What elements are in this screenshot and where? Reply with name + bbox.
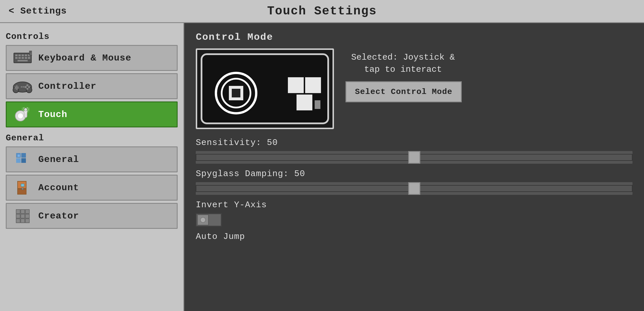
- sidebar: Controls: [0, 23, 184, 311]
- toggle-thumb: [197, 214, 209, 225]
- svg-rect-11: [18, 60, 28, 61]
- svg-rect-41: [16, 210, 20, 214]
- select-control-mode-button[interactable]: Select Control Mode: [345, 81, 462, 102]
- svg-rect-43: [25, 210, 29, 214]
- invert-y-toggle[interactable]: [196, 213, 222, 227]
- sidebar-item-creator[interactable]: Creator: [6, 203, 178, 229]
- svg-rect-8: [22, 57, 24, 59]
- sidebar-item-label-controller: Controller: [38, 81, 96, 92]
- page-title: Touch Settings: [267, 4, 377, 18]
- sidebar-item-account[interactable]: Account: [6, 175, 178, 201]
- invert-y-label: Invert Y-Axis: [196, 200, 632, 210]
- sidebar-item-label-touch: Touch: [38, 109, 67, 120]
- svg-rect-42: [21, 210, 25, 214]
- svg-rect-33: [21, 153, 26, 158]
- svg-point-23: [26, 88, 29, 90]
- back-button[interactable]: < Settings: [9, 6, 67, 16]
- svg-rect-19: [15, 86, 19, 89]
- svg-point-29: [24, 108, 27, 111]
- svg-rect-6: [15, 57, 18, 59]
- svg-rect-56: [305, 77, 321, 93]
- sidebar-item-label-general: General: [38, 154, 79, 165]
- svg-rect-46: [25, 214, 29, 218]
- sidebar-item-controller[interactable]: Controller: [6, 73, 178, 99]
- svg-rect-34: [16, 158, 21, 163]
- creator-icon: [12, 208, 33, 224]
- invert-y-toggle-container: [196, 213, 632, 227]
- svg-rect-55: [288, 77, 304, 93]
- sensitivity-slider-container: [196, 151, 632, 164]
- svg-rect-58: [315, 100, 320, 109]
- svg-rect-48: [21, 219, 25, 223]
- svg-rect-36: [18, 154, 20, 157]
- keyboard-icon: [12, 50, 33, 66]
- sidebar-item-keyboard-mouse[interactable]: Keyboard & Mouse: [6, 45, 178, 71]
- sidebar-item-touch[interactable]: Touch: [6, 101, 178, 127]
- sidebar-item-label-account: Account: [38, 182, 79, 193]
- general-section-label: General: [6, 133, 178, 143]
- spyglass-slider[interactable]: [196, 185, 632, 192]
- svg-rect-1: [15, 54, 18, 56]
- svg-rect-44: [16, 214, 20, 218]
- svg-rect-57: [297, 95, 312, 110]
- svg-rect-39: [21, 184, 24, 186]
- header: < Settings Touch Settings: [0, 0, 644, 23]
- sensitivity-label: Sensitivity: 50: [196, 138, 632, 148]
- svg-point-22: [25, 86, 27, 88]
- sidebar-item-general[interactable]: General: [6, 146, 178, 172]
- account-icon: [12, 180, 33, 196]
- svg-rect-54: [232, 89, 240, 97]
- svg-rect-9: [25, 57, 27, 59]
- svg-rect-2: [18, 54, 21, 56]
- svg-rect-49: [25, 219, 29, 223]
- auto-jump-label: Auto Jump: [196, 232, 632, 242]
- svg-rect-7: [18, 57, 21, 59]
- sidebar-item-label-keyboard: Keyboard & Mouse: [38, 53, 131, 63]
- content-area: Control Mode: [184, 23, 644, 311]
- svg-rect-10: [28, 57, 30, 59]
- svg-rect-40: [22, 188, 24, 190]
- control-mode-preview: [196, 48, 334, 129]
- svg-rect-45: [21, 214, 25, 218]
- controller-icon: [12, 78, 33, 94]
- svg-rect-25: [23, 86, 24, 88]
- control-mode-info: Selected: Joystick & tap to interact Sel…: [345, 48, 462, 102]
- control-mode-row: Selected: Joystick & tap to interact Sel…: [196, 48, 632, 129]
- svg-point-20: [26, 84, 29, 86]
- touch-icon: [12, 107, 33, 122]
- sensitivity-slider[interactable]: [196, 154, 632, 161]
- main-layout: Controls: [0, 23, 644, 311]
- svg-rect-3: [22, 54, 24, 56]
- svg-rect-47: [16, 219, 20, 223]
- svg-rect-24: [21, 86, 22, 88]
- svg-rect-35: [21, 158, 26, 163]
- svg-point-27: [18, 113, 23, 119]
- spyglass-slider-container: [196, 182, 632, 195]
- control-mode-title: Control Mode: [196, 32, 632, 43]
- spyglass-label: Spyglass Damping: 50: [196, 169, 632, 179]
- toggle-dot: [200, 217, 206, 223]
- svg-rect-38: [18, 189, 26, 194]
- svg-point-21: [28, 86, 30, 88]
- sidebar-item-label-creator: Creator: [38, 211, 79, 221]
- selected-control-label: Selected: Joystick & tap to interact: [345, 51, 461, 76]
- svg-rect-4: [25, 54, 27, 56]
- general-icon: [12, 152, 33, 167]
- controls-section-label: Controls: [6, 32, 178, 42]
